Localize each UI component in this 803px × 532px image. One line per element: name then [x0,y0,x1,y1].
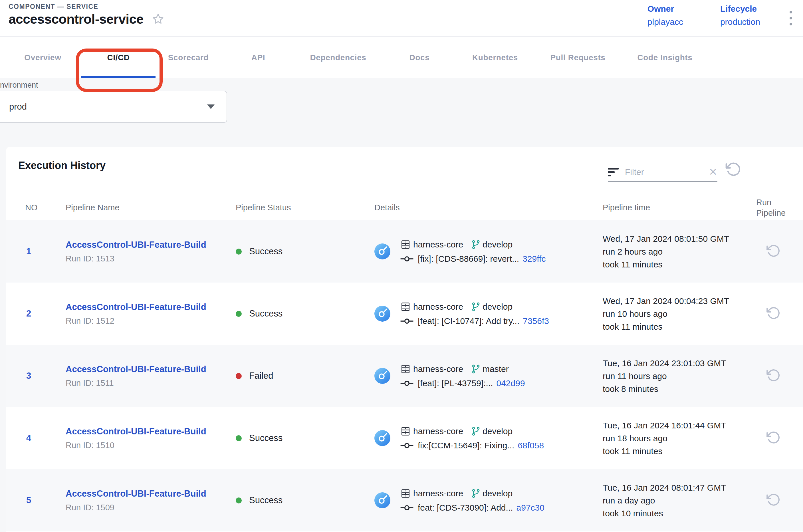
pipeline-time-cell: Tue, 16 Jan 2024 08:01:47 GMT run a day … [603,481,752,520]
repository-icon [400,364,413,375]
table-row: 2 AccessControl-UBI-Feature-Build Run ID… [6,283,803,345]
commit-message: [fix]: [CDS-88669]: revert... [418,254,519,264]
status-text: Success [249,495,283,506]
run-pipeline-cell [752,368,803,384]
pipeline-execution-icon[interactable] [375,492,390,508]
tab-code-insights[interactable]: Code Insights [637,53,692,62]
tab-api[interactable]: API [251,53,265,62]
repo-name: harness-core [413,426,463,436]
lifecycle-value[interactable]: production [720,17,760,27]
detail-lines: harness-core develop [fix]: [CDS-88669]:… [400,239,546,264]
execution-table-header: NO Pipeline Name Pipeline Status Details… [18,195,803,220]
commit-sha-link[interactable]: a97c30 [516,503,544,513]
pipeline-name-link[interactable]: AccessControl-UBI-Feature-Build [65,489,206,499]
git-commit-icon [400,504,418,512]
commit-sha-link[interactable]: 042d99 [497,378,525,388]
run-pipeline-icon[interactable] [765,244,780,258]
time-relative: run 18 hours ago [603,432,752,445]
pipeline-name-link[interactable]: AccessControl-UBI-Feature-Build [65,240,206,250]
pipeline-execution-icon[interactable] [375,368,390,384]
repo-branch-line: harness-core develop [400,239,546,250]
clear-filter-icon[interactable]: ✕ [709,167,718,177]
run-id: Run ID: 1511 [65,378,236,388]
time-absolute: Wed, 17 Jan 2024 08:01:50 GMT [603,232,752,245]
commit-line: [fix]: [CDS-88669]: revert... 329ffc [400,254,546,264]
repo-name: harness-core [413,240,463,249]
row-number: 4 [18,433,65,443]
repo-name: harness-core [413,364,463,374]
row-number: 3 [18,371,65,381]
time-relative: run 10 hours ago [603,307,752,320]
pipeline-name-cell: AccessControl-UBI-Feature-Build Run ID: … [65,240,236,263]
status-text: Success [249,433,283,443]
pipeline-name-link[interactable]: AccessControl-UBI-Feature-Build [65,302,206,312]
run-pipeline-icon[interactable] [765,368,780,382]
status-dot-icon [236,435,242,441]
row-number: 1 [18,246,65,256]
pipeline-name-link[interactable]: AccessControl-UBI-Feature-Build [65,426,206,437]
run-pipeline-cell [752,431,803,446]
environment-select[interactable]: prod [0,91,227,123]
tab-docs[interactable]: Docs [409,53,430,62]
chevron-down-icon [207,104,215,109]
tab-overview[interactable]: Overview [24,53,61,62]
owner-link[interactable]: plplayacc [648,17,683,27]
time-duration: took 11 minutes [603,320,752,333]
run-pipeline-cell [752,244,803,259]
lifecycle-meta: Lifecycle production [720,4,760,27]
pipeline-execution-icon[interactable] [375,306,390,322]
owner-label: Owner [648,4,683,14]
pipeline-name-link[interactable]: AccessControl-UBI-Feature-Build [65,364,206,375]
run-id: Run ID: 1512 [65,316,236,326]
component-meta: Owner plplayacc Lifecycle production [648,4,760,27]
pipeline-status-cell: Success [236,308,375,319]
lifecycle-label: Lifecycle [720,4,760,14]
run-pipeline-icon[interactable] [765,306,780,320]
pipeline-status-cell: Success [236,246,375,256]
repository-icon [400,239,413,250]
repo-name: harness-core [413,302,463,312]
execution-history-title: Execution History [18,159,106,172]
owner-meta: Owner plplayacc [648,4,683,27]
filter-input[interactable] [625,167,703,177]
details-cell: harness-core develop [feat]: [CI-10747]:… [375,301,603,326]
run-pipeline-icon[interactable] [765,431,780,445]
pipeline-status-cell: Success [236,433,375,443]
environment-label: Environment [0,81,38,90]
tab-dependencies[interactable]: Dependencies [310,53,366,62]
tab-kubernetes[interactable]: Kubernetes [472,53,518,62]
environment-selected-value: prod [9,101,207,112]
run-pipeline-icon[interactable] [765,493,780,507]
more-options-kebab-icon[interactable] [789,11,792,25]
column-header-pipeline-time: Pipeline time [603,203,752,212]
refresh-icon[interactable] [724,161,740,177]
tab-cicd[interactable]: CI/CD [107,53,130,62]
commit-sha-link[interactable]: 329ffc [522,254,546,264]
tab-scorecard[interactable]: Scorecard [168,53,209,62]
column-header-no: NO [18,203,65,212]
git-branch-icon [463,364,482,374]
time-absolute: Tue, 16 Jan 2024 08:01:47 GMT [603,481,752,494]
commit-line: [feat]: [PL-43759]:... 042d99 [400,378,525,388]
commit-line: feat: [CDS-73090]: Add... a97c30 [400,503,544,513]
table-row: 5 AccessControl-UBI-Feature-Build Run ID… [6,469,803,531]
git-branch-icon [463,240,482,249]
repo-branch-line: harness-core develop [400,301,549,312]
favorite-star-icon[interactable] [152,13,165,26]
active-tab-underline [81,76,155,78]
title-row: accesscontrol-service [8,12,165,27]
pipeline-execution-icon[interactable] [375,430,390,446]
detail-lines: harness-core develop fix:[CCM-15649]: Fi… [400,426,544,450]
table-row: 4 AccessControl-UBI-Feature-Build Run ID… [6,407,803,469]
branch-name: develop [482,240,513,249]
table-row: 1 AccessControl-UBI-Feature-Build Run ID… [6,220,803,283]
tab-pull-requests[interactable]: Pull Requests [551,53,606,62]
repo-branch-line: harness-core master [400,364,525,375]
component-kind-label: COMPONENT — SERVICE [8,3,98,11]
pipeline-execution-icon[interactable] [375,244,390,260]
commit-sha-link[interactable]: 68f058 [518,441,544,450]
run-pipeline-cell [752,306,803,321]
pipeline-time-cell: Wed, 17 Jan 2024 00:04:23 GMT run 10 hou… [603,294,752,333]
time-duration: took 11 minutes [603,445,752,457]
commit-sha-link[interactable]: 7356f3 [523,316,549,326]
